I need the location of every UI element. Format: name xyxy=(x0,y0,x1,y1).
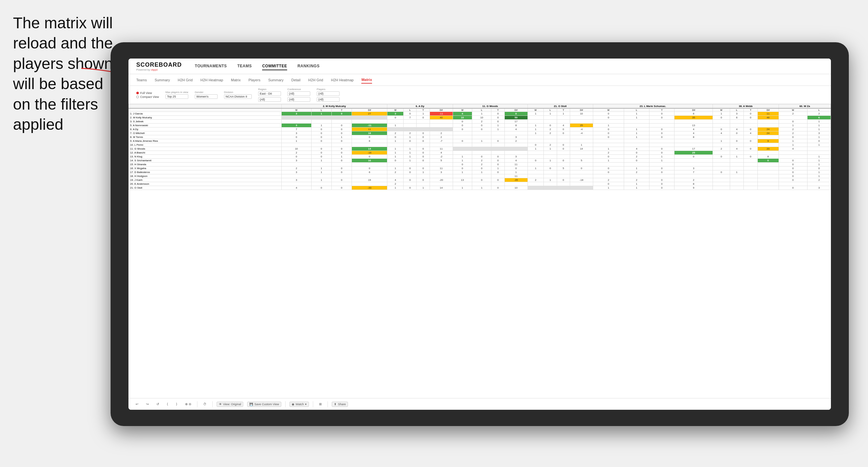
player-name: 1. J Garcia xyxy=(129,112,282,116)
save-custom-button[interactable]: 💾 Save Custom View xyxy=(247,402,281,407)
zoom-button[interactable]: ⊕ ⊖ xyxy=(183,402,193,406)
conference-filter: Conference (All) (All) xyxy=(287,88,310,102)
redo-button[interactable]: ↪ xyxy=(144,402,151,406)
toolbar-divider4 xyxy=(313,401,313,407)
division-filter: Division NCAA Division II xyxy=(224,91,252,99)
subnav-teams[interactable]: Teams xyxy=(136,77,147,83)
table-row: 13. N Klug 0 0 1 0 1 1 0 -2 1 0 0 3 xyxy=(129,155,831,159)
division-label: Division xyxy=(224,91,252,94)
annotation-text: The matrix will reload and the players s… xyxy=(13,13,117,135)
table-row: 1. J Garcia 3 1 0 27 3 0 1 -11 4 1 0 0 1 xyxy=(129,112,831,116)
region-select[interactable]: East - DII xyxy=(258,91,281,96)
table-row: 11. G Woods 10 0 0 14 1 1 0 11 1 xyxy=(129,147,831,151)
sh-l2: L xyxy=(404,108,416,112)
sh-d1: Dif xyxy=(352,108,388,112)
max-players-select[interactable]: Top 25 xyxy=(165,94,188,99)
player-name: 16. X Mcgaha xyxy=(129,166,282,170)
sh-d2: Dif xyxy=(430,108,453,112)
subnav-detail[interactable]: Detail xyxy=(291,77,301,83)
view-original-button[interactable]: 👁 View: Original xyxy=(217,402,243,407)
player-name: 18. H Hodgson xyxy=(129,174,282,178)
view-options: Full View Compact View xyxy=(136,91,159,98)
toolbar-divider3 xyxy=(285,401,285,407)
sh-d6: Dif xyxy=(757,108,779,112)
sh-w4: W xyxy=(527,108,544,112)
subnav-players[interactable]: Players xyxy=(248,77,260,83)
subnav-matrix[interactable]: Matrix xyxy=(231,77,241,83)
nav-tournaments[interactable]: TOURNAMENTS xyxy=(195,62,227,70)
sh-d3: Dif xyxy=(504,108,527,112)
grid-button[interactable]: ⊞ xyxy=(317,402,323,406)
subnav-h2h-grid2[interactable]: H2H Grid xyxy=(308,77,323,83)
subnav-summary2[interactable]: Summary xyxy=(268,77,284,83)
full-view-radio[interactable] xyxy=(136,92,139,94)
player-name: 6. A Dy xyxy=(129,127,282,131)
timer-button[interactable]: ⏱ xyxy=(201,402,209,406)
player-name: 17. D Ballesteros xyxy=(129,170,282,174)
sh-w6: W xyxy=(713,108,730,112)
sh-l3: L xyxy=(472,108,491,112)
forward-button[interactable]: ⟩ xyxy=(174,402,179,406)
table-row: 19. J Kanh 3 1 0 19 4 0 0 -20 13 0 0 -35… xyxy=(129,178,831,182)
player-name: 15. H Stranda xyxy=(129,163,282,166)
refresh-button[interactable]: ↺ xyxy=(154,402,161,406)
col-header-21: 21. O Stoll xyxy=(527,104,593,108)
table-row: 5. A Nomrowski 3 1 0 -11 1 0 0 1 8 1 xyxy=(129,124,831,127)
gender-select[interactable]: Women's xyxy=(195,94,218,99)
sh-l4: L xyxy=(544,108,557,112)
player-name: 21. O Stoll xyxy=(129,186,282,190)
sh-t2: T xyxy=(416,108,430,112)
player-name: 2. M Kelly Mulcahy xyxy=(129,116,282,120)
table-row: 10. L Perini 0 2 xyxy=(129,143,831,147)
sh-d5: Dif xyxy=(675,108,713,112)
subnav-h2h-heatmap[interactable]: H2H Heatmap xyxy=(200,77,223,83)
player-name: 12. A Bianchi xyxy=(129,151,282,155)
full-view-option[interactable]: Full View xyxy=(136,91,159,95)
gender-label: Gender xyxy=(195,91,218,94)
player-name: 5. A Nomrowski xyxy=(129,124,282,127)
table-row: 7. O Mitchell 3 0 0 18 2 2 0 2 1 xyxy=(129,131,831,135)
subnav-matrix2[interactable]: Matrix xyxy=(361,76,372,84)
eye-icon: 👁 xyxy=(219,403,222,406)
back-button[interactable]: ⟨ xyxy=(165,402,170,406)
col-header-60: 60. W Za xyxy=(779,104,831,108)
sh-w2: W xyxy=(388,108,404,112)
region-label: Region xyxy=(258,88,281,91)
conference-select[interactable]: (All) xyxy=(287,91,310,96)
table-row: 2. M Kelly Mulcahy 0 7 0 40 10 10 0 50 xyxy=(129,116,831,120)
undo-button[interactable]: ↩ xyxy=(134,402,140,406)
col-header-2: 2. M Kelly Mulcahy xyxy=(282,104,388,108)
table-row: 6. A Dy 7 0 0 11 0 0 1 4 1 2 xyxy=(129,127,831,131)
tablet-device: SCOREBOARD Powered by clippd TOURNAMENTS… xyxy=(111,42,849,426)
nav-committee[interactable]: COMMITTEE xyxy=(262,62,287,70)
player-name: 7. O Mitchell xyxy=(129,131,282,135)
table-row: 20. E Andersson 2 xyxy=(129,182,831,186)
division-select[interactable]: NCAA Division II xyxy=(224,94,252,99)
tablet-screen: SCOREBOARD Powered by clippd TOURNAMENTS… xyxy=(128,59,831,410)
gender-filter: Gender Women's xyxy=(195,91,218,99)
nav-teams[interactable]: TEAMS xyxy=(238,62,252,70)
region-select2[interactable]: (All) xyxy=(258,97,281,102)
matrix-content[interactable]: 2. M Kelly Mulcahy 6. A Dy 11. G Woods 2… xyxy=(128,104,831,398)
player-name: 3. S Jelinek xyxy=(129,120,282,124)
players-select2[interactable]: (All) xyxy=(317,97,340,102)
table-row: 3. S Jelinek 0 2 0 17 xyxy=(129,120,831,124)
compact-view-radio[interactable] xyxy=(136,96,139,98)
table-row: 15. H Stranda 0 2 0 11 xyxy=(129,163,831,166)
compact-view-option[interactable]: Compact View xyxy=(136,95,159,98)
players-label: Players xyxy=(317,88,340,91)
watch-button[interactable]: ◉ Watch ▾ xyxy=(289,402,309,407)
conference-select2[interactable]: (All) xyxy=(287,97,310,102)
save-icon: 💾 xyxy=(249,403,253,406)
sh-l1: L xyxy=(311,108,331,112)
subnav-h2h-grid[interactable]: H2H Grid xyxy=(178,77,192,83)
nav-rankings[interactable]: RANKINGS xyxy=(298,62,320,70)
watch-icon: ◉ xyxy=(292,403,294,406)
subnav-summary[interactable]: Summary xyxy=(154,77,170,83)
players-select[interactable]: (All) xyxy=(317,91,340,96)
sh-d4: Dif xyxy=(570,108,593,112)
conference-label: Conference xyxy=(287,88,310,91)
table-row: 18. H Hodgson 11 xyxy=(129,174,831,178)
share-button[interactable]: ⬆ Share xyxy=(332,402,348,407)
subnav-h2h-heatmap2[interactable]: H2H Heatmap xyxy=(331,77,354,83)
